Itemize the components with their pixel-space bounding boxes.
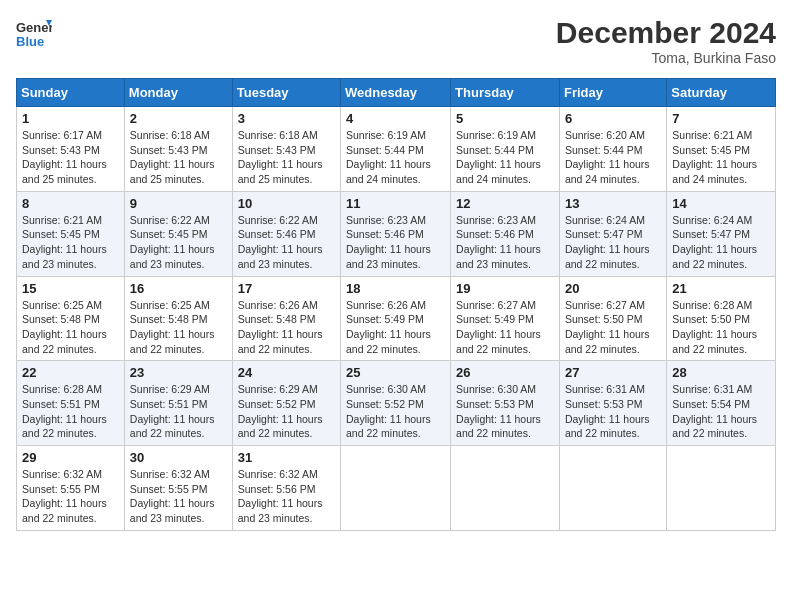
day-info: Sunrise: 6:21 AM Sunset: 5:45 PM Dayligh…: [22, 213, 119, 272]
calendar-cell: 6Sunrise: 6:20 AM Sunset: 5:44 PM Daylig…: [559, 107, 666, 192]
weekday-header-sunday: Sunday: [17, 79, 125, 107]
calendar-cell: 21Sunrise: 6:28 AM Sunset: 5:50 PM Dayli…: [667, 276, 776, 361]
calendar-cell: [559, 446, 666, 531]
day-number: 31: [238, 450, 335, 465]
day-info: Sunrise: 6:18 AM Sunset: 5:43 PM Dayligh…: [130, 128, 227, 187]
calendar-cell: 2Sunrise: 6:18 AM Sunset: 5:43 PM Daylig…: [124, 107, 232, 192]
day-number: 18: [346, 281, 445, 296]
calendar-week-1: 1Sunrise: 6:17 AM Sunset: 5:43 PM Daylig…: [17, 107, 776, 192]
day-number: 15: [22, 281, 119, 296]
day-number: 14: [672, 196, 770, 211]
location: Toma, Burkina Faso: [556, 50, 776, 66]
day-number: 13: [565, 196, 661, 211]
day-info: Sunrise: 6:20 AM Sunset: 5:44 PM Dayligh…: [565, 128, 661, 187]
calendar-cell: 14Sunrise: 6:24 AM Sunset: 5:47 PM Dayli…: [667, 191, 776, 276]
calendar-cell: 25Sunrise: 6:30 AM Sunset: 5:52 PM Dayli…: [341, 361, 451, 446]
calendar-cell: 29Sunrise: 6:32 AM Sunset: 5:55 PM Dayli…: [17, 446, 125, 531]
weekday-header-wednesday: Wednesday: [341, 79, 451, 107]
day-info: Sunrise: 6:25 AM Sunset: 5:48 PM Dayligh…: [22, 298, 119, 357]
page-header: General Blue December 2024 Toma, Burkina…: [16, 16, 776, 66]
calendar-week-5: 29Sunrise: 6:32 AM Sunset: 5:55 PM Dayli…: [17, 446, 776, 531]
day-info: Sunrise: 6:27 AM Sunset: 5:50 PM Dayligh…: [565, 298, 661, 357]
day-info: Sunrise: 6:30 AM Sunset: 5:52 PM Dayligh…: [346, 382, 445, 441]
weekday-header-monday: Monday: [124, 79, 232, 107]
weekday-header-tuesday: Tuesday: [232, 79, 340, 107]
calendar-cell: 12Sunrise: 6:23 AM Sunset: 5:46 PM Dayli…: [451, 191, 560, 276]
calendar-body: 1Sunrise: 6:17 AM Sunset: 5:43 PM Daylig…: [17, 107, 776, 531]
svg-text:Blue: Blue: [16, 34, 44, 49]
calendar-cell: 23Sunrise: 6:29 AM Sunset: 5:51 PM Dayli…: [124, 361, 232, 446]
day-number: 5: [456, 111, 554, 126]
day-info: Sunrise: 6:31 AM Sunset: 5:53 PM Dayligh…: [565, 382, 661, 441]
calendar-cell: 13Sunrise: 6:24 AM Sunset: 5:47 PM Dayli…: [559, 191, 666, 276]
calendar-cell: [341, 446, 451, 531]
calendar-cell: 4Sunrise: 6:19 AM Sunset: 5:44 PM Daylig…: [341, 107, 451, 192]
day-number: 8: [22, 196, 119, 211]
day-info: Sunrise: 6:23 AM Sunset: 5:46 PM Dayligh…: [346, 213, 445, 272]
calendar-cell: 9Sunrise: 6:22 AM Sunset: 5:45 PM Daylig…: [124, 191, 232, 276]
day-number: 2: [130, 111, 227, 126]
weekday-header-row: SundayMondayTuesdayWednesdayThursdayFrid…: [17, 79, 776, 107]
day-info: Sunrise: 6:23 AM Sunset: 5:46 PM Dayligh…: [456, 213, 554, 272]
day-number: 23: [130, 365, 227, 380]
calendar-cell: 15Sunrise: 6:25 AM Sunset: 5:48 PM Dayli…: [17, 276, 125, 361]
calendar-cell: 17Sunrise: 6:26 AM Sunset: 5:48 PM Dayli…: [232, 276, 340, 361]
calendar-cell: 27Sunrise: 6:31 AM Sunset: 5:53 PM Dayli…: [559, 361, 666, 446]
day-number: 1: [22, 111, 119, 126]
month-year: December 2024: [556, 16, 776, 50]
day-info: Sunrise: 6:30 AM Sunset: 5:53 PM Dayligh…: [456, 382, 554, 441]
day-number: 3: [238, 111, 335, 126]
day-number: 26: [456, 365, 554, 380]
day-number: 12: [456, 196, 554, 211]
day-number: 7: [672, 111, 770, 126]
title-block: December 2024 Toma, Burkina Faso: [556, 16, 776, 66]
calendar-cell: 16Sunrise: 6:25 AM Sunset: 5:48 PM Dayli…: [124, 276, 232, 361]
calendar-cell: 20Sunrise: 6:27 AM Sunset: 5:50 PM Dayli…: [559, 276, 666, 361]
calendar-cell: 1Sunrise: 6:17 AM Sunset: 5:43 PM Daylig…: [17, 107, 125, 192]
calendar-table: SundayMondayTuesdayWednesdayThursdayFrid…: [16, 78, 776, 531]
calendar-cell: 7Sunrise: 6:21 AM Sunset: 5:45 PM Daylig…: [667, 107, 776, 192]
day-number: 10: [238, 196, 335, 211]
calendar-cell: 19Sunrise: 6:27 AM Sunset: 5:49 PM Dayli…: [451, 276, 560, 361]
day-info: Sunrise: 6:19 AM Sunset: 5:44 PM Dayligh…: [346, 128, 445, 187]
day-number: 29: [22, 450, 119, 465]
calendar-week-2: 8Sunrise: 6:21 AM Sunset: 5:45 PM Daylig…: [17, 191, 776, 276]
day-number: 11: [346, 196, 445, 211]
weekday-header-saturday: Saturday: [667, 79, 776, 107]
day-number: 25: [346, 365, 445, 380]
day-number: 24: [238, 365, 335, 380]
logo-icon: General Blue: [16, 16, 52, 52]
day-info: Sunrise: 6:26 AM Sunset: 5:48 PM Dayligh…: [238, 298, 335, 357]
svg-text:General: General: [16, 20, 52, 35]
calendar-cell: 18Sunrise: 6:26 AM Sunset: 5:49 PM Dayli…: [341, 276, 451, 361]
day-number: 17: [238, 281, 335, 296]
calendar-week-3: 15Sunrise: 6:25 AM Sunset: 5:48 PM Dayli…: [17, 276, 776, 361]
day-info: Sunrise: 6:22 AM Sunset: 5:46 PM Dayligh…: [238, 213, 335, 272]
calendar-cell: 8Sunrise: 6:21 AM Sunset: 5:45 PM Daylig…: [17, 191, 125, 276]
calendar-cell: 11Sunrise: 6:23 AM Sunset: 5:46 PM Dayli…: [341, 191, 451, 276]
calendar-cell: 31Sunrise: 6:32 AM Sunset: 5:56 PM Dayli…: [232, 446, 340, 531]
weekday-header-thursday: Thursday: [451, 79, 560, 107]
day-info: Sunrise: 6:32 AM Sunset: 5:56 PM Dayligh…: [238, 467, 335, 526]
calendar-cell: 24Sunrise: 6:29 AM Sunset: 5:52 PM Dayli…: [232, 361, 340, 446]
day-info: Sunrise: 6:31 AM Sunset: 5:54 PM Dayligh…: [672, 382, 770, 441]
day-number: 30: [130, 450, 227, 465]
calendar-week-4: 22Sunrise: 6:28 AM Sunset: 5:51 PM Dayli…: [17, 361, 776, 446]
day-info: Sunrise: 6:29 AM Sunset: 5:52 PM Dayligh…: [238, 382, 335, 441]
day-info: Sunrise: 6:27 AM Sunset: 5:49 PM Dayligh…: [456, 298, 554, 357]
day-number: 6: [565, 111, 661, 126]
day-number: 4: [346, 111, 445, 126]
day-info: Sunrise: 6:32 AM Sunset: 5:55 PM Dayligh…: [22, 467, 119, 526]
calendar-cell: 10Sunrise: 6:22 AM Sunset: 5:46 PM Dayli…: [232, 191, 340, 276]
day-info: Sunrise: 6:17 AM Sunset: 5:43 PM Dayligh…: [22, 128, 119, 187]
day-info: Sunrise: 6:25 AM Sunset: 5:48 PM Dayligh…: [130, 298, 227, 357]
day-number: 28: [672, 365, 770, 380]
day-number: 16: [130, 281, 227, 296]
day-info: Sunrise: 6:22 AM Sunset: 5:45 PM Dayligh…: [130, 213, 227, 272]
calendar-cell: 30Sunrise: 6:32 AM Sunset: 5:55 PM Dayli…: [124, 446, 232, 531]
calendar-cell: 3Sunrise: 6:18 AM Sunset: 5:43 PM Daylig…: [232, 107, 340, 192]
calendar-cell: 26Sunrise: 6:30 AM Sunset: 5:53 PM Dayli…: [451, 361, 560, 446]
day-info: Sunrise: 6:26 AM Sunset: 5:49 PM Dayligh…: [346, 298, 445, 357]
day-info: Sunrise: 6:19 AM Sunset: 5:44 PM Dayligh…: [456, 128, 554, 187]
day-info: Sunrise: 6:32 AM Sunset: 5:55 PM Dayligh…: [130, 467, 227, 526]
